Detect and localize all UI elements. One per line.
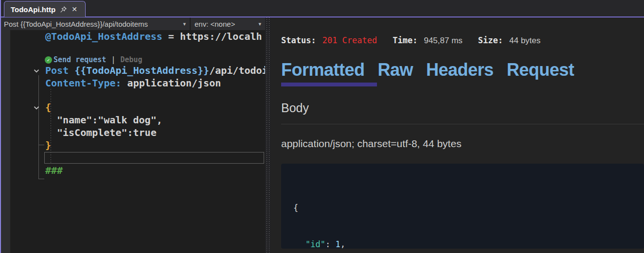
equals-sign: = — [162, 31, 180, 42]
fold-scope-guide — [38, 75, 39, 179]
code-line-variable: @TodoApi_HostAddress = https://localh — [45, 30, 262, 43]
pin-icon[interactable] — [60, 6, 67, 13]
debug-link[interactable]: Debug — [120, 55, 142, 64]
code-line-header: Content-Type: application/json — [45, 77, 221, 89]
status-value: 201 Created — [322, 35, 377, 45]
tab-headers[interactable]: Headers — [426, 60, 494, 80]
fold-scope-guide-stub — [38, 179, 44, 179]
time-label: Time: — [393, 35, 417, 45]
json-open-brace: { — [293, 202, 644, 214]
document-tab-title: TodoApi.http — [11, 5, 55, 14]
code-line-request: Post {{TodoApi_HostAddress}}/api/todoi — [45, 64, 265, 77]
environment-dropdown[interactable]: env: <none> ▾ — [191, 17, 265, 30]
active-tab-underline — [281, 83, 377, 86]
http-method: Post — [45, 65, 74, 76]
request-path: /api/todoi — [209, 65, 265, 76]
tab-request[interactable]: Request — [507, 60, 574, 80]
response-panel: Status: 201 Created Time: 945,87 ms Size… — [270, 17, 644, 253]
chevron-down-icon: ▾ — [258, 21, 261, 27]
send-request-link[interactable]: Send request — [54, 55, 106, 64]
status-label: Status: — [281, 35, 316, 45]
response-body-json: { "id": 1, "name": "walk dog", "isComple… — [281, 164, 644, 249]
code-line-body-iscomplete: "isComplete":true — [57, 126, 157, 139]
request-selector-value: Post {{TodoApi_HostAddress}}/api/todoite… — [4, 20, 148, 28]
environment-value: env: <none> — [195, 20, 235, 28]
code-line-close-brace: } — [45, 139, 51, 152]
code-line-terminator: ### — [45, 164, 63, 177]
fold-chevron-icon[interactable] — [32, 67, 41, 75]
splitter-dots — [269, 17, 269, 253]
json-property-id: "id": 1, — [293, 238, 644, 251]
window-accent-border — [0, 0, 1, 253]
size-value: 44 bytes — [509, 36, 540, 46]
http-file-editor[interactable]: @TodoApi_HostAddress = https://localh ✓ … — [0, 30, 265, 253]
content-type-summary: application/json; charset=utf-8, 44 byte… — [281, 138, 462, 150]
header-value: application/json — [122, 77, 221, 89]
splitter-dots — [267, 17, 267, 253]
tab-accent-line — [0, 17, 644, 17]
http-request-toolbar: Post {{TodoApi_HostAddress}}/api/todoite… — [0, 17, 265, 30]
check-circle-icon: ✓ — [45, 56, 52, 64]
document-tab[interactable]: TodoApi.http ✕ — [4, 1, 86, 17]
variable-value: https://localh — [180, 31, 262, 42]
variable-reference: {{TodoApi_HostAddress}} — [74, 65, 209, 76]
json-key: "id" — [305, 239, 325, 249]
fold-scope-guide-stub — [38, 145, 44, 145]
tab-raw[interactable]: Raw — [378, 60, 413, 80]
time-value: 945,87 ms — [424, 36, 462, 46]
json-comma: , — [340, 239, 345, 249]
request-selector-dropdown[interactable]: Post {{TodoApi_HostAddress}}/api/todoite… — [0, 17, 190, 30]
panel-splitter[interactable] — [265, 17, 270, 253]
fold-chevron-icon[interactable] — [32, 103, 41, 112]
json-colon: : — [325, 239, 335, 249]
section-divider — [281, 124, 644, 124]
editor-glyph-margin — [1, 30, 10, 253]
current-line-highlight — [44, 152, 264, 164]
size-label: Size: — [478, 35, 503, 45]
codelens-row: ✓ Send request | Debug — [45, 55, 143, 64]
body-section-heading: Body — [281, 101, 309, 115]
document-tab-bar: TodoApi.http ✕ — [0, 0, 644, 17]
code-line-open-brace: { — [45, 101, 51, 114]
codelens-separator: | — [111, 55, 115, 64]
response-status-row: Status: 201 Created Time: 945,87 ms Size… — [281, 35, 556, 46]
variable-name: @TodoApi_HostAddress — [45, 31, 162, 42]
chevron-down-icon: ▾ — [183, 21, 186, 27]
ide-window: TodoApi.http ✕ Post {{TodoApi_HostAddres… — [0, 0, 644, 253]
json-value: 1 — [335, 239, 340, 249]
header-name: Content-Type: — [45, 77, 122, 89]
close-icon[interactable]: ✕ — [72, 6, 77, 13]
tab-formatted[interactable]: Formatted — [281, 60, 365, 80]
code-line-body-name: "name":"walk dog", — [57, 114, 162, 126]
response-view-tabs: Formatted Raw Headers Request — [281, 60, 574, 80]
